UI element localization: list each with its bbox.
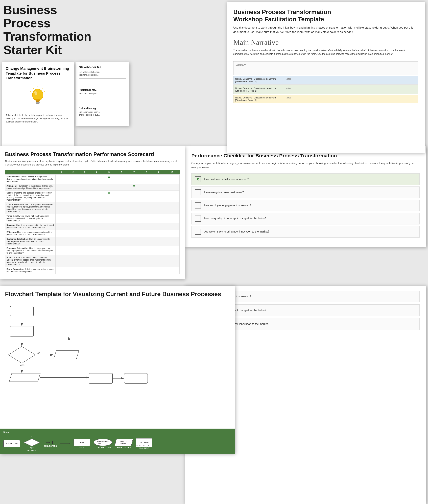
score-cell-10-9[interactable] (152, 267, 164, 274)
score-cell-8-5[interactable] (102, 246, 116, 255)
score-cell-8-6[interactable] (116, 246, 127, 255)
score-cell-0-10[interactable] (164, 175, 180, 184)
score-cell-6-10[interactable] (164, 230, 180, 237)
score-cell-1-5[interactable] (102, 184, 116, 191)
score-cell-3-7[interactable] (127, 202, 141, 214)
score-cell-10-5[interactable] (102, 267, 116, 274)
score-cell-1-4[interactable] (91, 184, 102, 191)
score-cell-10-4[interactable] (91, 267, 102, 274)
score-cell-4-10[interactable] (164, 214, 180, 223)
score-cell-9-10[interactable] (164, 255, 180, 267)
score-cell-2-2[interactable] (67, 191, 79, 202)
score-cell-2-1[interactable] (56, 191, 67, 202)
score-cell-8-8[interactable] (141, 246, 152, 255)
score-cell-4-8[interactable] (141, 214, 152, 223)
score-cell-8-10[interactable] (164, 246, 180, 255)
score-cell-6-7[interactable] (127, 230, 141, 237)
score-cell-6-6[interactable] (116, 230, 127, 237)
score-cell-8-1[interactable] (56, 246, 67, 255)
score-cell-1-7[interactable]: X (127, 184, 141, 191)
score-cell-3-8[interactable] (141, 202, 152, 214)
score-cell-5-5[interactable] (102, 223, 116, 230)
score-cell-2-9[interactable] (152, 191, 164, 202)
score-cell-9-8[interactable] (141, 255, 152, 267)
score-cell-7-9[interactable] (152, 237, 164, 246)
score-cell-0-1[interactable] (56, 175, 67, 184)
score-cell-9-1[interactable] (56, 255, 67, 267)
checklist-item-3[interactable]: Has the quality of our output changed fo… (191, 213, 420, 224)
score-cell-3-10[interactable] (164, 202, 180, 214)
score-cell-2-8[interactable] (141, 191, 152, 202)
score-cell-9-2[interactable] (67, 255, 79, 267)
score-cell-2-5[interactable]: X (102, 191, 116, 202)
score-cell-10-1[interactable] (56, 267, 67, 274)
checkbox-2[interactable] (195, 202, 201, 208)
score-cell-6-1[interactable] (56, 230, 67, 237)
score-cell-5-7[interactable] (127, 223, 141, 230)
score-cell-9-5[interactable] (102, 255, 116, 267)
score-cell-5-2[interactable] (67, 223, 79, 230)
score-cell-3-6[interactable] (116, 202, 127, 214)
score-cell-5-8[interactable] (141, 223, 152, 230)
score-cell-1-2[interactable] (67, 184, 79, 191)
checkbox-0[interactable]: X (195, 176, 201, 182)
score-cell-6-4[interactable] (91, 230, 102, 237)
score-cell-2-7[interactable] (127, 191, 141, 202)
checkbox-1[interactable] (195, 189, 201, 195)
checklist-item-4[interactable]: Are we on track to bring new innovation … (191, 226, 420, 238)
score-cell-7-2[interactable] (67, 237, 79, 246)
score-cell-7-10[interactable] (164, 237, 180, 246)
score-cell-1-10[interactable] (164, 184, 180, 191)
score-cell-2-10[interactable] (164, 191, 180, 202)
score-cell-3-2[interactable] (67, 202, 79, 214)
score-cell-0-2[interactable] (67, 175, 79, 184)
score-cell-5-4[interactable] (91, 223, 102, 230)
score-cell-0-6[interactable] (116, 175, 127, 184)
score-cell-2-3[interactable] (79, 191, 91, 202)
score-cell-6-3[interactable] (79, 230, 91, 237)
score-cell-1-9[interactable] (152, 184, 164, 191)
score-cell-10-3[interactable] (79, 267, 91, 274)
score-cell-4-2[interactable] (67, 214, 79, 223)
score-cell-5-10[interactable] (164, 223, 180, 230)
score-cell-7-5[interactable] (102, 237, 116, 246)
score-cell-9-4[interactable] (91, 255, 102, 267)
score-cell-0-3[interactable] (79, 175, 91, 184)
score-cell-8-2[interactable] (67, 246, 79, 255)
score-cell-3-1[interactable] (56, 202, 67, 214)
score-cell-0-5[interactable]: X (102, 175, 116, 184)
score-cell-1-6[interactable] (116, 184, 127, 191)
score-cell-4-3[interactable] (79, 214, 91, 223)
score-cell-3-5[interactable] (102, 202, 116, 214)
score-cell-3-9[interactable] (152, 202, 164, 214)
score-cell-4-4[interactable] (91, 214, 102, 223)
score-cell-9-3[interactable] (79, 255, 91, 267)
score-cell-4-1[interactable] (56, 214, 67, 223)
score-cell-5-6[interactable] (116, 223, 127, 230)
score-cell-7-8[interactable] (141, 237, 152, 246)
score-cell-4-5[interactable] (102, 214, 116, 223)
score-cell-8-3[interactable] (79, 246, 91, 255)
checklist-item-2[interactable]: Has employee engagement increased? (191, 200, 420, 211)
score-cell-10-7[interactable] (127, 267, 141, 274)
score-cell-8-9[interactable] (152, 246, 164, 255)
score-cell-5-3[interactable] (79, 223, 91, 230)
score-cell-9-9[interactable] (152, 255, 164, 267)
score-cell-6-8[interactable] (141, 230, 152, 237)
score-cell-6-2[interactable] (67, 230, 79, 237)
score-cell-5-9[interactable] (152, 223, 164, 230)
score-cell-2-6[interactable] (116, 191, 127, 202)
checkbox-4[interactable] (195, 229, 201, 235)
score-cell-10-8[interactable] (141, 267, 152, 274)
score-cell-4-7[interactable] (127, 214, 141, 223)
score-cell-1-1[interactable] (56, 184, 67, 191)
score-cell-10-6[interactable] (116, 267, 127, 274)
score-cell-5-1[interactable] (56, 223, 67, 230)
checkbox-3[interactable] (195, 215, 201, 222)
score-cell-4-9[interactable] (152, 214, 164, 223)
score-cell-0-7[interactable] (127, 175, 141, 184)
score-cell-4-6[interactable] (116, 214, 127, 223)
score-cell-9-6[interactable] (116, 255, 127, 267)
checklist-item-0[interactable]: X Has customer satisfaction increased? (191, 173, 420, 185)
score-cell-9-7[interactable] (127, 255, 141, 267)
